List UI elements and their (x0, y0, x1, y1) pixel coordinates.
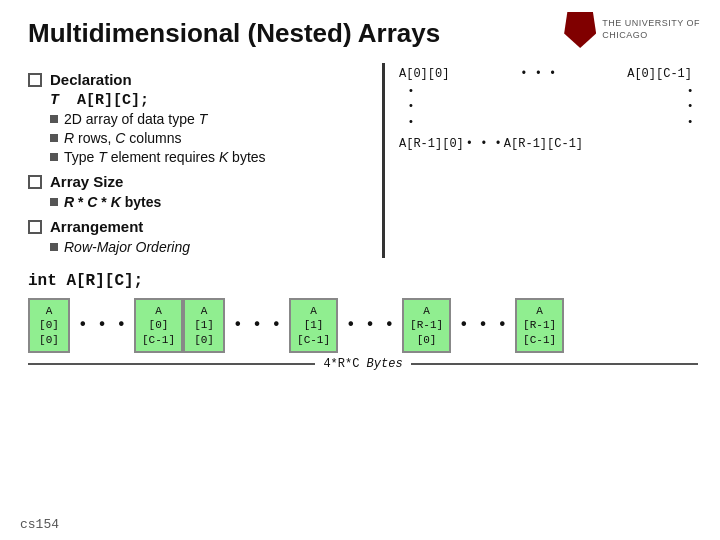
bytes-label: 4*R*C Bytes (315, 357, 410, 371)
list-item: Row-Major Ordering (50, 239, 362, 255)
mem-cell: A[R-1][C-1] (515, 298, 564, 353)
bullet-icon (50, 243, 58, 251)
list-item: R rows, C columns (50, 130, 362, 146)
bullet-icon (50, 115, 58, 123)
array-size-label: Array Size (50, 173, 123, 190)
array-size-items: R * C * K bytes (50, 194, 362, 210)
list-item: 2D array of data type T (50, 111, 362, 127)
mem-dots: • • • (70, 298, 134, 353)
array-size-section: Array Size (28, 173, 362, 190)
bottom-right-cell: A[R-1][C-1] (504, 137, 583, 151)
mem-dots: • • • (338, 298, 402, 353)
top-left-cell: A[0][0] (399, 67, 449, 81)
shield-icon (564, 12, 596, 48)
bottom-left-cell: A[R-1][0] (399, 137, 464, 151)
list-item: Type T element requires K bytes (50, 149, 362, 165)
middle-dots: • • • • • • (399, 83, 692, 129)
bytes-bar: 4*R*C Bytes (28, 357, 698, 371)
top-right-cell: A[0][C-1] (627, 67, 692, 81)
university-logo: THE UNIVERSITY OF CHICAGO (564, 12, 700, 48)
arrangement-section: Arrangement (28, 218, 362, 235)
mem-cell: A[0][C-1] (134, 298, 183, 353)
declaration-label: Declaration (50, 71, 132, 88)
mem-dots: • • • (225, 298, 289, 353)
left-vertical-dots: • • • (409, 83, 413, 129)
right-vertical-dots: • • • (688, 83, 692, 129)
mem-cell: A[R-1][0] (402, 298, 451, 353)
list-item: R * C * K bytes (50, 194, 362, 210)
bullet-icon (50, 198, 58, 206)
array-top-row: A[0][0] • • • A[0][C-1] (399, 67, 692, 81)
left-content: Declaration T A[R][C]; 2D array of data … (28, 63, 382, 258)
bottom-dots: • • • (466, 137, 502, 151)
mem-cell: A[1][C-1] (289, 298, 338, 353)
right-content: A[0][0] • • • A[0][C-1] • • • • • • (382, 63, 692, 258)
mem-cell: A[1][0] (183, 298, 225, 353)
declaration-section: Declaration (28, 71, 362, 88)
footer-label: cs154 (20, 517, 59, 532)
checkbox-icon (28, 175, 42, 189)
bullet-icon (50, 153, 58, 161)
content-area: Declaration T A[R][C]; 2D array of data … (28, 63, 692, 258)
bytes-line: 4*R*C Bytes (28, 357, 698, 371)
bullet-icon (50, 134, 58, 142)
mem-cell: A[0][0] (28, 298, 70, 353)
arrangement-items: Row-Major Ordering (50, 239, 362, 255)
memory-cells-row: A[0][0] • • • A[0][C-1] A[1][0] • • • A[… (28, 298, 698, 353)
logo-text: THE UNIVERSITY OF CHICAGO (602, 18, 700, 41)
array-bottom-row: A[R-1][0] • • • A[R-1][C-1] (399, 137, 692, 151)
bottom-code: int A[R][C]; (28, 272, 692, 290)
bytes-bracket-left (28, 363, 315, 365)
declaration-code: T A[R][C]; (50, 92, 362, 109)
page: THE UNIVERSITY OF CHICAGO Multidimension… (0, 0, 720, 540)
checkbox-icon (28, 73, 42, 87)
arrangement-label: Arrangement (50, 218, 143, 235)
memory-diagram: A[0][0] • • • A[0][C-1] A[1][0] • • • A[… (28, 298, 692, 371)
declaration-items: 2D array of data type T R rows, C column… (50, 111, 362, 165)
mem-dots: • • • (451, 298, 515, 353)
top-dots: • • • (520, 67, 556, 81)
bytes-bracket-right (411, 363, 698, 365)
checkbox-icon (28, 220, 42, 234)
